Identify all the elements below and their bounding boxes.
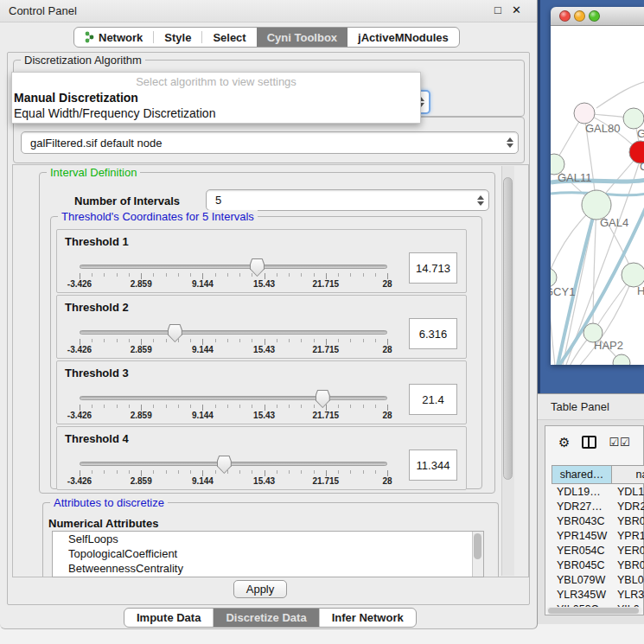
tab-discretize-data[interactable]: Discretize Data [214, 609, 319, 627]
dropdown-prompt: Select algorithm to view settings [12, 73, 420, 90]
checkbox-icon[interactable]: ☑ [609, 437, 619, 448]
slider-tick-label: 9.144 [192, 279, 214, 289]
network-node-gal80[interactable] [574, 103, 595, 124]
settings-scrollbar-thumb[interactable] [503, 177, 513, 480]
threshold-value-field[interactable]: 21.4 [409, 384, 457, 415]
slider-track[interactable] [80, 330, 387, 335]
attribute-list-item[interactable]: TopologicalCoefficient [53, 546, 483, 561]
dropdown-option[interactable]: Manual Discretization [12, 90, 420, 105]
table-cell: YDR27… [552, 501, 612, 513]
slider-tick-label: 28 [382, 411, 392, 420]
table-cell: YBR043C [552, 515, 612, 527]
tab-infer-network[interactable]: Infer Network [320, 609, 416, 627]
table-cell: YPR1 [612, 530, 644, 542]
node-label: GAL80 [585, 122, 620, 135]
node-label: H [637, 284, 644, 297]
numerical-attributes-label: Numerical Attributes [48, 517, 158, 530]
tab-label: Cyni Toolbox [267, 31, 337, 44]
table-data-group: Table Data galFiltered.sif default node [13, 117, 525, 163]
tab-select[interactable]: Select [202, 28, 256, 47]
network-node-h[interactable] [622, 263, 644, 287]
numerical-attributes-list[interactable]: SelfLoopsTopologicalCoefficientBetweenne… [52, 531, 484, 577]
node-label: GAL11 [558, 171, 592, 184]
table-cell: YER0 [612, 545, 644, 557]
table-row[interactable]: YPR145WYPR1 [552, 528, 644, 543]
table-row[interactable]: YLR345WYLR3 [552, 587, 644, 602]
slider-tick-label: 21.715 [313, 411, 340, 420]
slider-tick-label: 2.859 [131, 476, 152, 486]
threshold-label: Threshold 4 [65, 432, 129, 445]
threshold-label: Threshold 2 [65, 301, 129, 314]
table-row[interactable]: YBR045CYBR0 [552, 558, 644, 572]
tab-label: Network [99, 31, 143, 44]
control-panel-tab-bar: NetworkStyleSelectCyni ToolboxjActiveMNo… [73, 27, 460, 48]
close-traffic-light-icon[interactable] [559, 10, 571, 22]
tab-network[interactable]: Network [74, 28, 153, 47]
threshold-value-field[interactable]: 14.713 [409, 252, 457, 284]
thresholds-group: Threshold's Coordinates for 5 Intervals … [50, 216, 482, 489]
zoom-traffic-light-icon[interactable] [589, 10, 600, 22]
table-row[interactable]: YDR27…YDR2 [552, 499, 644, 513]
network-edge[interactable] [596, 81, 644, 108]
attribute-list-item[interactable]: SelfLoops [53, 532, 483, 546]
network-node-gal4[interactable] [582, 190, 611, 220]
threshold-value-field[interactable]: 6.316 [409, 318, 457, 349]
table-cell: YBR0 [612, 515, 644, 527]
table-row[interactable]: YBL079WYBL0 [552, 572, 644, 587]
table-hscrollbar-thumb[interactable] [548, 608, 639, 614]
table-panel-toolbar: ⚙ ☑ ☑ [546, 429, 644, 455]
control-panel-titlebar: Control Panel □ ✕ [0, 0, 537, 22]
slider-tick-label: 21.715 [313, 279, 340, 289]
attributes-scrollbar-thumb[interactable] [474, 533, 481, 559]
table-cell: YBR0 [612, 559, 644, 571]
panel-title: Control Panel [9, 4, 77, 17]
network-node-ga[interactable] [623, 108, 644, 129]
apply-button[interactable]: Apply [233, 580, 287, 598]
network-node-gcy1[interactable] [551, 268, 557, 287]
tab-style[interactable]: Style [154, 28, 201, 47]
table-cell: YER054C [552, 545, 612, 557]
threshold-panel: Threshold 3-3.4262.8599.14415.4321.71528… [56, 360, 467, 424]
group-title: Discretization Algorithm [21, 54, 145, 67]
network-icon [85, 31, 94, 43]
network-canvas[interactable]: GAL80GACGAL11GAL4GCY1HHAP2 [551, 26, 644, 365]
settings-scrollpane: Interval Definition Number of Intervals … [12, 164, 529, 577]
table-header-row: shared…na [552, 465, 644, 484]
slider-tick-label: 28 [382, 279, 392, 289]
close-panel-icon[interactable]: ✕ [512, 3, 521, 16]
attribute-list-item[interactable]: BetweennessCentrality [53, 561, 483, 576]
column-header[interactable]: na [612, 465, 644, 484]
threshold-panel: Threshold 2-3.4262.8599.14415.4321.71528… [56, 295, 467, 359]
slider-track[interactable] [80, 462, 387, 466]
float-panel-icon[interactable]: □ [494, 3, 501, 16]
minimize-traffic-light-icon[interactable] [574, 10, 585, 22]
slider-tick-label: -3.426 [67, 345, 92, 354]
table-row[interactable]: YBR043CYBR0 [552, 513, 644, 528]
node-label: GCY1 [551, 285, 575, 298]
slider-tick-label: 15.43 [253, 476, 275, 486]
table-panel-titlebar: Table Panel [538, 393, 644, 420]
table-data-combobox[interactable]: galFiltered.sif default node [21, 131, 519, 154]
table-row[interactable]: YER054CYER0 [552, 543, 644, 558]
intervals-value: 5 [207, 194, 473, 207]
slider-track[interactable] [80, 396, 387, 400]
tab-impute-data[interactable]: Impute Data [124, 609, 214, 627]
table-row[interactable]: YDL19…YDL1 [552, 484, 644, 499]
column-header[interactable]: shared… [552, 465, 612, 484]
gear-icon[interactable]: ⚙ [558, 436, 570, 449]
combobox-stepper-icon [473, 195, 488, 206]
slider-tick-label: 9.144 [192, 476, 214, 486]
dropdown-option[interactable]: Equal Width/Frequency Discretization [12, 105, 420, 121]
number-of-intervals-combobox[interactable]: 5 [206, 189, 489, 211]
tab-cyni-toolbox[interactable]: Cyni Toolbox [257, 28, 348, 47]
split-columns-icon[interactable] [582, 436, 596, 449]
slider-track[interactable] [80, 265, 387, 269]
threshold-value-field[interactable]: 11.344 [409, 450, 457, 481]
checkbox-icon[interactable]: ☑ [620, 437, 630, 448]
tab-jactivemnodules[interactable]: jActiveMNodules [348, 28, 459, 47]
node-label: GAL4 [600, 216, 628, 229]
slider-tick-label: 9.144 [192, 345, 214, 354]
slider-tick-label: 9.144 [192, 411, 214, 420]
slider-tick-label: 2.859 [131, 411, 152, 420]
slider-tick-label: 15.43 [253, 345, 275, 354]
